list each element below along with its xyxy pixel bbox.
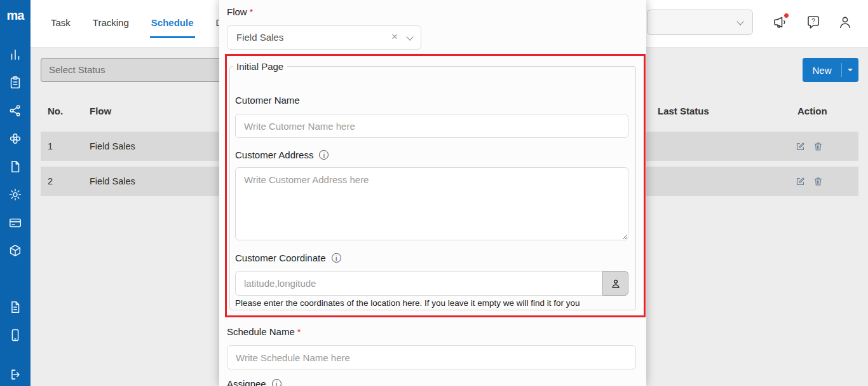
schedule-form-modal: Flow* Field Sales Initial Page Cutomer N… bbox=[219, 0, 646, 386]
chevron-down-icon bbox=[736, 18, 743, 25]
mobile-icon[interactable] bbox=[8, 327, 23, 343]
sidebar: ma bbox=[0, 0, 31, 386]
logout-icon[interactable] bbox=[8, 367, 23, 382]
col-no: No. bbox=[48, 106, 63, 116]
schedule-name-label: Schedule Name* bbox=[227, 326, 301, 337]
package-icon[interactable] bbox=[8, 243, 23, 258]
chevron-down-icon[interactable] bbox=[406, 33, 413, 40]
col-flow: Flow bbox=[90, 106, 111, 116]
delete-icon[interactable] bbox=[813, 141, 824, 152]
customer-address-label: Customer Address bbox=[235, 149, 329, 160]
delete-icon[interactable] bbox=[813, 176, 824, 187]
flow-label: Flow* bbox=[227, 6, 253, 17]
main-tabs: Task Tracking Schedule D bbox=[50, 8, 224, 38]
help-icon[interactable]: ? bbox=[806, 15, 821, 30]
document-icon[interactable] bbox=[8, 300, 23, 315]
customer-coordinate-label: Customer Coordinate bbox=[235, 252, 341, 263]
info-icon[interactable] bbox=[272, 379, 281, 386]
gear-icon[interactable] bbox=[8, 187, 23, 202]
coordinate-input[interactable] bbox=[235, 271, 603, 296]
announcement-icon[interactable] bbox=[773, 15, 788, 30]
info-icon[interactable] bbox=[332, 253, 341, 263]
assignee-label: Assignee bbox=[227, 378, 281, 386]
new-button[interactable]: New bbox=[803, 58, 858, 82]
edit-icon[interactable] bbox=[795, 141, 806, 152]
profile-icon[interactable] bbox=[837, 15, 853, 30]
coordinate-help-text: Please enter the coordinates of the loca… bbox=[235, 298, 630, 308]
svg-text:?: ? bbox=[811, 18, 815, 25]
initial-page-legend: Initial Page bbox=[233, 61, 287, 72]
tasks-icon[interactable] bbox=[8, 75, 23, 90]
customer-name-input[interactable] bbox=[235, 114, 628, 138]
info-icon[interactable] bbox=[319, 150, 329, 160]
edit-icon[interactable] bbox=[795, 176, 806, 187]
new-button-label: New bbox=[803, 65, 841, 76]
col-last-status: Last Status bbox=[658, 106, 709, 116]
tab-tracking[interactable]: Tracking bbox=[92, 8, 130, 38]
notification-dot bbox=[783, 13, 789, 18]
customer-name-label: Cutomer Name bbox=[235, 95, 300, 106]
tab-schedule[interactable]: Schedule bbox=[150, 8, 195, 38]
row-no: 2 bbox=[48, 167, 53, 196]
flow-select-value: Field Sales bbox=[236, 26, 283, 49]
apps-icon[interactable] bbox=[8, 131, 23, 146]
col-action: Action bbox=[797, 106, 827, 116]
row-no: 1 bbox=[48, 132, 53, 161]
status-filter-placeholder: Select Status bbox=[49, 64, 105, 75]
row-flow: Field Sales bbox=[90, 167, 135, 196]
tracking-icon[interactable] bbox=[8, 103, 23, 118]
coordinate-input-group bbox=[235, 271, 628, 296]
status-filter[interactable]: Select Status bbox=[41, 58, 231, 82]
app-logo: ma bbox=[0, 8, 31, 23]
customer-address-textarea[interactable] bbox=[235, 167, 628, 240]
caret-down-icon bbox=[848, 69, 853, 74]
row-flow: Field Sales bbox=[90, 132, 135, 161]
pick-location-button[interactable] bbox=[602, 271, 628, 296]
billing-icon[interactable] bbox=[8, 215, 23, 230]
schedule-name-input[interactable] bbox=[227, 345, 636, 369]
clear-icon[interactable] bbox=[391, 31, 402, 45]
flow-select[interactable]: Field Sales bbox=[227, 25, 421, 50]
required-asterisk: * bbox=[250, 7, 253, 17]
sidebar-nav bbox=[0, 47, 31, 343]
header-dropdown[interactable] bbox=[647, 10, 753, 35]
initial-page-fieldset: Initial Page Cutomer Name Customer Addre… bbox=[229, 61, 636, 310]
required-asterisk: * bbox=[297, 327, 301, 337]
button-divider bbox=[841, 63, 842, 77]
report-icon[interactable] bbox=[8, 159, 23, 174]
analytics-icon[interactable] bbox=[8, 47, 23, 62]
tab-task[interactable]: Task bbox=[50, 8, 72, 38]
